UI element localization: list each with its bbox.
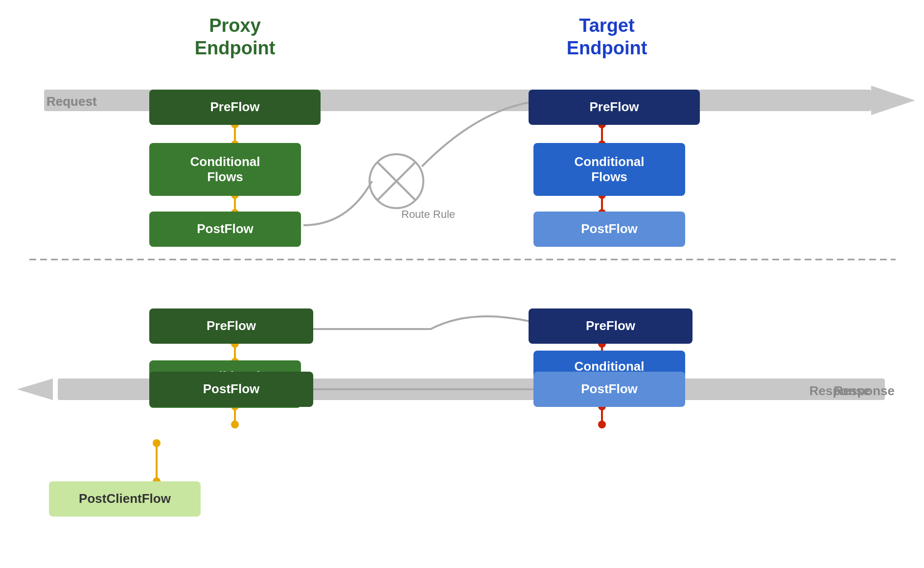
route-rule-label: Route Rule <box>401 208 455 221</box>
proxy-top-postflow: PostFlow <box>149 212 301 247</box>
proxy-top-preflow: PreFlow <box>149 90 321 125</box>
svg-marker-3 <box>871 86 915 115</box>
svg-point-19 <box>370 154 423 208</box>
proxy-bottom-postflow: PostFlow <box>149 372 313 407</box>
proxy-top-conditional: Conditional Flows <box>149 143 301 196</box>
target-bottom-preflow: PreFlow <box>529 308 693 344</box>
svg-line-21 <box>377 162 416 200</box>
target-top-preflow: PreFlow <box>529 90 700 125</box>
proxy-bottom-preflow: PreFlow <box>149 308 313 344</box>
response-text-label: Response <box>834 383 895 399</box>
svg-line-20 <box>377 162 416 200</box>
target-bottom-postflow: PostFlow <box>533 372 685 407</box>
svg-point-27 <box>231 421 239 428</box>
svg-point-33 <box>598 421 606 428</box>
target-top-conditional: Conditional Flows <box>533 143 685 196</box>
target-header: Target Endpoint <box>529 15 685 59</box>
post-client-flow: PostClientFlow <box>49 481 201 517</box>
svg-point-34 <box>153 439 161 447</box>
proxy-header: Proxy Endpoint <box>157 15 313 59</box>
diagram-container: Request Response Proxy Endpoint Target E… <box>0 0 924 568</box>
svg-marker-5 <box>17 379 53 400</box>
target-top-postflow: PostFlow <box>533 212 685 247</box>
request-text-label: Request <box>46 94 97 109</box>
